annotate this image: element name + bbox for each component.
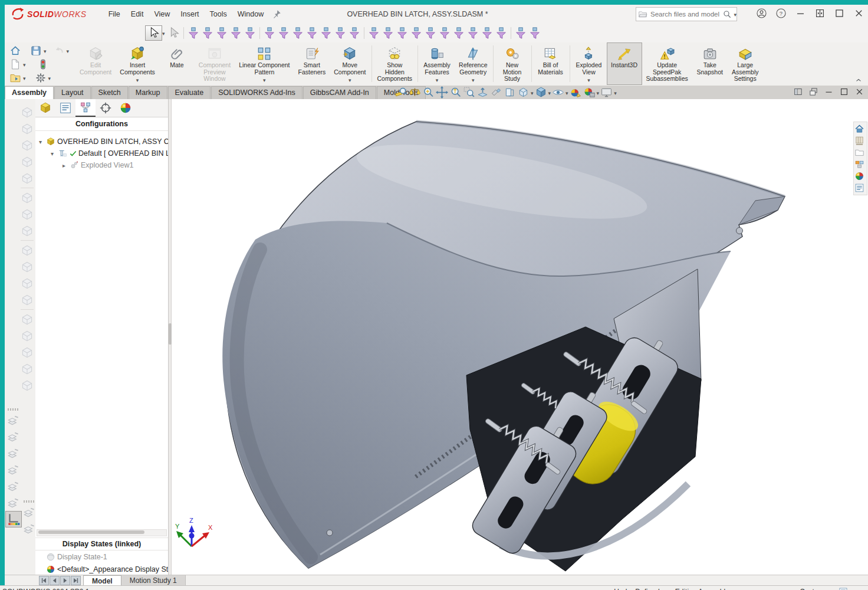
show-hidden-components-button[interactable]: Show Hidden Components (373, 42, 417, 85)
assembly-features-caret-icon[interactable] (436, 77, 439, 84)
rebuild-button[interactable] (37, 58, 49, 70)
filled-surface-icon[interactable] (19, 190, 35, 205)
move-component-button[interactable]: Move Component (330, 42, 370, 85)
display-style-icon-caret[interactable] (548, 88, 551, 97)
tab-dimxpertmanager[interactable] (96, 99, 116, 117)
extend-surface-icon[interactable] (19, 312, 35, 327)
expander-closed-icon[interactable] (63, 162, 70, 169)
scrollbar-thumb[interactable] (38, 530, 144, 534)
pin-menu-icon[interactable] (271, 9, 282, 19)
graphics-viewport[interactable]: Y Z X (172, 99, 868, 575)
undo-button[interactable] (53, 45, 65, 57)
minimize-button[interactable] (795, 8, 806, 19)
markup-pencil-icon[interactable] (6, 445, 21, 461)
search-icon[interactable] (722, 9, 732, 19)
pan-icon[interactable] (436, 86, 448, 99)
pin-panel-icon[interactable] (793, 87, 803, 97)
compare-features-icon[interactable] (6, 429, 21, 444)
tab-motion-study-1[interactable]: Motion Study 1 (121, 575, 186, 586)
display-state-item[interactable]: Display State-1 (35, 550, 168, 563)
swap-sync-icon[interactable] (6, 495, 21, 510)
login-icon[interactable] (756, 8, 767, 19)
linear-component-pattern-caret-icon[interactable] (263, 77, 266, 84)
lasso-select-icon[interactable] (167, 27, 180, 40)
tab-configurationmanager[interactable] (75, 99, 96, 117)
filter-hatches-icon[interactable] (424, 27, 437, 40)
close-button[interactable] (853, 8, 864, 19)
design-library-icon[interactable] (854, 136, 864, 146)
tab-assembly[interactable]: Assembly (5, 86, 54, 99)
minimize-doc-icon[interactable] (824, 87, 834, 97)
tab-layout[interactable]: Layout (54, 86, 91, 99)
menu-insert[interactable]: Insert (175, 7, 204, 21)
search-caret-icon[interactable] (734, 10, 737, 18)
panel-horizontal-scrollbar[interactable] (37, 529, 167, 536)
expander-open-icon[interactable] (51, 150, 58, 157)
menu-view[interactable]: View (149, 7, 175, 21)
last-tab-button[interactable] (71, 576, 81, 585)
reference-geometry-button[interactable]: Reference Geometry (455, 42, 491, 85)
open-caret-icon[interactable] (23, 74, 26, 82)
magnified-selection-icon[interactable] (490, 86, 502, 99)
component-preview-window-button[interactable]: Component Preview Window (195, 42, 235, 85)
restore-split-button[interactable] (814, 8, 826, 19)
save-button[interactable] (30, 45, 42, 57)
menu-file[interactable]: File (103, 7, 126, 21)
zoom-to-area-icon[interactable] (463, 86, 475, 99)
annotation-notes-icon[interactable] (6, 478, 21, 494)
smart-fasteners-button[interactable]: Smart Fasteners (294, 42, 330, 85)
options-caret-icon[interactable] (48, 74, 51, 82)
assembly-3d-view[interactable]: Y Z X (172, 99, 868, 575)
status-sheet-icon[interactable] (839, 587, 848, 590)
tab-sketch[interactable]: Sketch (91, 86, 128, 99)
display-state-item[interactable]: <Default>_Appearance Display State (35, 563, 168, 575)
insert-components-button[interactable]: Insert Components (116, 42, 159, 85)
offset-surface-icon[interactable] (19, 242, 35, 258)
previous-view-icon[interactable] (504, 86, 516, 99)
tab-solidworks-add-ins[interactable]: SOLIDWORKS Add-Ins (211, 86, 303, 99)
view-orientation-icon-caret[interactable] (531, 88, 534, 97)
extruded-surface-icon[interactable] (19, 104, 35, 120)
ribbon-collapse-icon[interactable] (854, 76, 863, 84)
appearances-scenes-icon[interactable] (854, 171, 864, 181)
filter-origins-icon[interactable] (291, 27, 304, 40)
options-button[interactable] (35, 72, 47, 84)
apply-scene-icon-caret[interactable] (597, 88, 600, 97)
menu-window[interactable]: Window (232, 7, 269, 21)
custom-properties-icon[interactable] (854, 183, 864, 193)
filter-balloons-icon[interactable] (438, 27, 451, 40)
search-box[interactable] (636, 7, 737, 21)
performance-evaluation-icon[interactable] (6, 512, 21, 527)
tree-item-default-configuration[interactable]: Default [ OVERHEAD BIN LATC (35, 148, 168, 159)
new-document-button[interactable] (9, 58, 21, 70)
filter-annotations-icon[interactable] (382, 27, 394, 40)
view-settings-icon-caret[interactable] (614, 88, 617, 97)
measure-icon[interactable] (395, 86, 407, 99)
move-component-caret-icon[interactable] (348, 77, 351, 84)
filter-cosmetic-threads-icon[interactable] (466, 27, 479, 40)
search-scope-icon[interactable] (638, 9, 647, 19)
filter-planes-icon[interactable] (277, 27, 290, 40)
reference-geometry-caret-icon[interactable] (472, 77, 475, 84)
float-window-icon[interactable] (808, 87, 818, 97)
filter-faces-icon[interactable] (215, 27, 228, 40)
edit-appearance-icon[interactable] (570, 86, 582, 99)
new-motion-study-button[interactable]: New Motion Study (495, 42, 530, 85)
filter-edges-icon[interactable] (201, 27, 214, 40)
toggle-selection-filter-icon[interactable] (514, 27, 527, 40)
tab-gibbscam-add-in[interactable]: GibbsCAM Add-In (303, 86, 376, 99)
boundary-surface-icon[interactable] (19, 171, 35, 186)
menu-edit[interactable]: Edit (126, 7, 149, 21)
exploded-view-caret-icon[interactable] (587, 77, 590, 84)
update-speedpak-button[interactable]: Update SpeedPak Subassemblies (642, 42, 692, 85)
filter-vertices-icon[interactable] (187, 27, 200, 40)
freeform-icon[interactable] (19, 206, 35, 222)
revolved-surface-icon[interactable] (19, 121, 35, 136)
knit-surface-icon[interactable] (19, 361, 35, 376)
planar-surface-icon[interactable] (19, 223, 35, 238)
display-style-icon[interactable] (535, 86, 547, 99)
trim-surface-icon[interactable] (19, 328, 35, 343)
filter-connection-points-icon[interactable] (481, 27, 494, 40)
tab-markup[interactable]: Markup (129, 86, 167, 99)
delete-face-icon[interactable] (19, 276, 35, 291)
